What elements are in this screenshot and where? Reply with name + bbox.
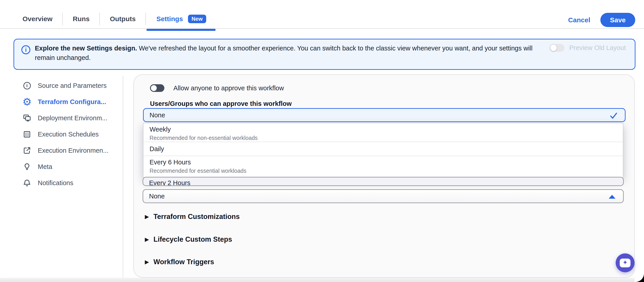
tab-divider [62,13,63,25]
tab-outputs[interactable]: Outputs [110,15,136,23]
allow-anyone-approve-toggle[interactable] [150,84,164,92]
gear-icon: ⚙ [22,97,32,106]
banner-right: Preview Old Layout [550,44,626,52]
cancel-button[interactable]: Cancel [568,16,590,24]
collapse-triangle-icon: ▶ [145,237,149,242]
sidebar-item-label: Execution Environmen... [38,147,108,154]
tab-overview-label: Overview [22,15,52,23]
section-workflow-triggers[interactable]: ▶ Workflow Triggers [145,258,214,266]
sidebar-item-label: Notifications [38,179,73,187]
sidebar-item-label: Meta [38,163,52,171]
new-settings-banner: i Explore the new Settings design. We've… [14,39,636,70]
option-description: Recommended for non-essential workloads [150,135,623,141]
approvers-selected-value: None [150,111,165,119]
tab-settings-label: Settings [156,15,183,23]
option-label: Every 2 Hours [149,179,623,186]
toggle-knob [151,85,157,91]
collapse-triangle-icon: ▶ [145,214,149,219]
tab-settings[interactable]: Settings New [156,15,207,23]
lightbulb-icon [22,162,32,171]
schedule-dropdown-list: Weekly Recommended for non-essential wor… [143,123,623,178]
tab-divider [100,13,100,25]
check-icon [610,112,618,120]
tab-outputs-label: Outputs [110,15,136,23]
sidebar-item-meta[interactable]: Meta [22,162,52,172]
new-badge: New [188,15,206,23]
sidebar-item-source-and-parameters[interactable]: i Source and Parameters [22,81,106,91]
sidebar-item-terraform-configuration[interactable]: ⚙ Terraform Configura... [22,97,106,107]
dropdown-option-daily[interactable]: Daily [144,142,623,156]
tab-runs-label: Runs [73,15,90,23]
section-terraform-customizations[interactable]: ▶ Terraform Customizations [145,213,240,221]
sidebar-divider [123,76,123,278]
sidebar-item-label: Terraform Configura... [38,98,106,106]
tab-divider [146,13,146,25]
preview-old-layout-toggle[interactable] [550,44,564,52]
approvers-select[interactable]: None [143,108,626,122]
approve-toggle-row: Allow anyone to approve this workflow [150,84,284,92]
settings-card: Allow anyone to approve this workflow Us… [133,74,635,278]
section-title: Terraform Customizations [153,213,240,221]
allow-anyone-approve-label: Allow anyone to approve this workflow [173,84,284,92]
info-icon: i [22,81,32,90]
tab-overview[interactable]: Overview [22,15,52,23]
sidebar-item-notifications[interactable]: Notifications [22,178,73,188]
tab-bar: Overview Runs Outputs Settings New [22,12,207,26]
chevron-up-icon [609,195,616,199]
option-label: Daily [150,145,164,153]
calendar-grid-icon [22,130,32,139]
page-bottom-strip [0,278,635,282]
option-description: Recommended for essential workloads [150,168,623,174]
section-title: Lifecycle Custom Steps [153,235,232,243]
preview-old-layout-label: Preview Old Layout [569,44,626,52]
save-button[interactable]: Save [600,13,635,27]
dropdown-option-weekly[interactable]: Weekly Recommended for non-essential wor… [144,123,623,142]
info-icon: i [21,45,30,54]
toggle-knob [550,45,557,51]
sidebar-item-deployment-environments[interactable]: Deployment Environm... [22,113,107,123]
sidebar-item-execution-schedules[interactable]: Execution Schedules [22,129,99,139]
sidebar-item-execution-environments[interactable]: Execution Environmen... [22,146,108,156]
bell-icon [22,178,32,187]
sidebar-item-label: Source and Parameters [38,82,106,89]
dropdown-option-every-2-hours[interactable]: Every 2 Hours [142,177,624,186]
active-tab-underline [146,29,216,31]
ai-assistant-fab[interactable] [616,253,634,272]
monitors-icon [22,113,32,122]
external-link-icon [22,146,32,155]
sidebar-item-label: Deployment Environm... [38,114,107,122]
collapse-triangle-icon: ▶ [145,259,149,265]
banner-lead: Explore the new Settings design. [35,45,137,52]
sidebar-item-label: Execution Schedules [38,131,99,138]
tab-runs[interactable]: Runs [73,15,90,23]
approvers-field-label: Users/Groups who can approve this workfl… [150,100,292,107]
banner-text: Explore the new Settings design. We've r… [35,44,548,62]
option-label: Weekly [150,126,623,133]
app-window: Overview Runs Outputs Settings New Cance… [0,0,644,282]
section-title: Workflow Triggers [153,258,214,266]
section-lifecycle-custom-steps[interactable]: ▶ Lifecycle Custom Steps [145,235,232,243]
schedule-selected-value: None [149,193,164,200]
option-label: Every 6 Hours [150,159,623,166]
sparkle-icon [620,258,630,267]
schedule-select[interactable]: None [142,189,624,203]
tabbar-rule [0,28,644,29]
dropdown-option-every-6-hours[interactable]: Every 6 Hours Recommended for essential … [144,156,623,177]
